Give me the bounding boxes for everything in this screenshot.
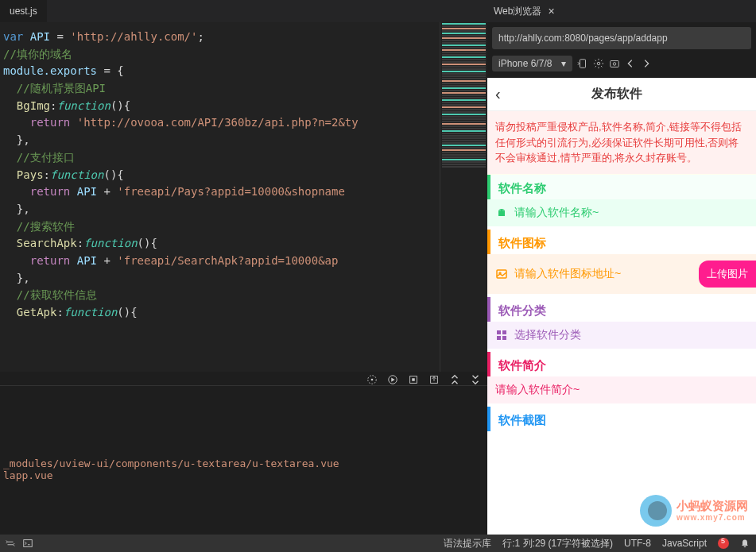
input-software-name[interactable]: 请输入软件名称~ (487, 199, 756, 226)
svg-rect-8 (611, 61, 619, 68)
status-encoding[interactable]: UTF-8 (624, 538, 651, 549)
svg-rect-15 (502, 330, 506, 334)
page-title: 发布软件 (487, 86, 748, 102)
collapse-icon[interactable] (449, 374, 460, 385)
svg-rect-6 (580, 60, 586, 68)
screenshot-icon[interactable] (609, 58, 620, 69)
code-editor[interactable]: var API = 'http://ahlly.com/'; //填你的域名 m… (0, 22, 440, 372)
svg-rect-17 (502, 336, 506, 340)
android-icon (495, 207, 508, 219)
svg-rect-18 (24, 540, 33, 547)
export-icon[interactable] (428, 374, 440, 385)
svg-rect-16 (497, 336, 501, 340)
section-label-intro: 软件简介 (487, 352, 756, 376)
expand-icon[interactable] (470, 374, 481, 385)
status-position[interactable]: 行:1 列:29 (17字符被选择) (502, 537, 613, 550)
terminal-icon[interactable] (22, 538, 33, 549)
bell-icon[interactable] (740, 538, 750, 548)
status-bar: 语法提示库 行:1 列:29 (17字符被选择) UTF-8 JavaScrip… (0, 535, 756, 552)
notification-badge[interactable] (718, 538, 729, 549)
stop-icon[interactable] (408, 374, 419, 385)
preview-header: ‹ 发布软件 (487, 78, 756, 111)
terminal-line: lapp.vue (3, 469, 484, 481)
watermark: 小蚂蚁资源网 www.xmy7.com (640, 495, 748, 527)
svg-rect-14 (497, 330, 501, 334)
mobile-preview: ‹ 发布软件 请勿投稿严重侵权产品,软件名称,简介,链接等不得包括任何形式的引流… (487, 78, 756, 535)
minimap[interactable] (440, 22, 487, 372)
section-label-screenshot: 软件截图 (487, 407, 756, 431)
back-arrow-icon[interactable] (625, 58, 636, 69)
device-toolbar: iPhone 6/7/8 ▾ (487, 52, 756, 75)
device-select[interactable]: iPhone 6/7/8 ▾ (492, 56, 572, 71)
browser-panel: Web浏览器 × http://ahlly.com:8080/pages/app… (487, 0, 756, 535)
gear-icon[interactable] (593, 58, 604, 69)
browser-tab-title[interactable]: Web浏览器 (494, 5, 541, 18)
input-software-icon[interactable]: 请输入软件图标地址~ 上传图片 (487, 254, 756, 294)
browser-tab-bar: Web浏览器 × (487, 0, 756, 22)
forward-arrow-icon[interactable] (641, 58, 652, 69)
svg-point-11 (503, 210, 504, 210)
sync-icon[interactable] (5, 538, 16, 549)
terminal-panel[interactable]: _modules/uview-ui/components/u-textarea/… (0, 385, 487, 528)
status-language[interactable]: JavaScript (662, 538, 707, 549)
status-grammar[interactable]: 语法提示库 (444, 537, 491, 550)
watermark-logo-icon (640, 495, 672, 527)
play-icon[interactable] (387, 374, 398, 385)
warning-message: 请勿投稿严重侵权产品,软件名称,简介,链接等不得包括任何形式的引流行为,必须保证… (487, 111, 756, 175)
svg-point-1 (371, 379, 374, 381)
svg-point-7 (598, 62, 601, 65)
rotate-icon[interactable] (577, 58, 588, 69)
input-software-category[interactable]: 选择软件分类 (487, 322, 756, 349)
grid-icon (495, 329, 508, 342)
input-software-intro[interactable]: 请输入软件简介~ (487, 376, 756, 403)
keyword-var: var (3, 30, 23, 43)
terminal-line: _modules/uview-ui/components/u-textarea/… (3, 457, 484, 469)
close-icon[interactable]: × (548, 5, 554, 17)
chevron-down-icon: ▾ (561, 58, 566, 69)
url-bar[interactable]: http://ahlly.com:8080/pages/app/addapp (492, 27, 751, 49)
svg-rect-4 (412, 378, 415, 381)
svg-point-10 (500, 210, 501, 210)
section-label-name: 软件名称 (487, 175, 756, 199)
editor-tab[interactable]: uest.js (0, 0, 47, 22)
target-icon[interactable] (366, 374, 378, 385)
section-label-icon: 软件图标 (487, 230, 756, 254)
svg-point-9 (614, 63, 617, 66)
section-label-category: 软件分类 (487, 297, 756, 322)
image-icon (495, 268, 508, 280)
upload-button[interactable]: 上传图片 (699, 261, 756, 288)
